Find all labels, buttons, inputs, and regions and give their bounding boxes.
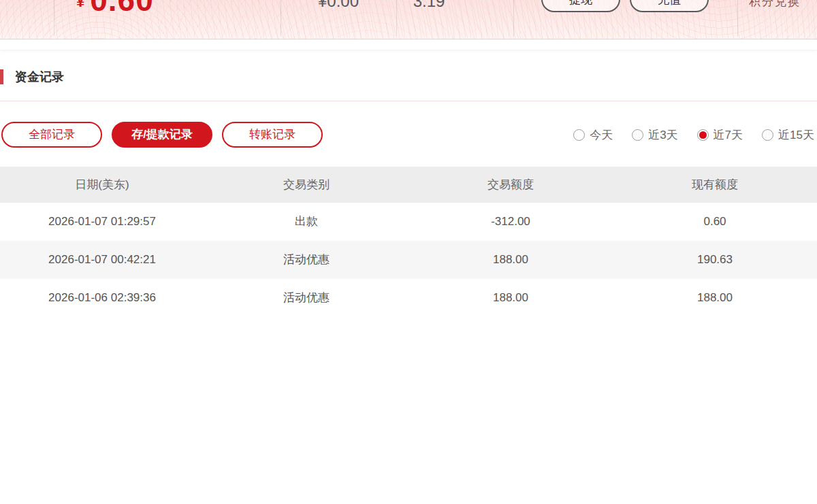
radio-icon[interactable] — [632, 129, 643, 141]
range-label: 今天 — [590, 127, 613, 143]
banner-divider — [737, 0, 738, 36]
range-option-近7天[interactable]: 近7天 — [697, 127, 743, 143]
wallet-stat-frozen: ¥0.00 — [281, 0, 396, 11]
banner-divider — [54, 0, 54, 36]
cell-type: 活动优惠 — [204, 241, 408, 279]
date-range-radios: 今天近3天近7天近15天 — [573, 127, 814, 143]
cell-amount: -312.00 — [408, 203, 613, 241]
recharge-button[interactable]: 充值 — [630, 0, 709, 12]
cell-date: 2026-01-07 00:42:21 — [0, 241, 204, 279]
tab-转账记录[interactable]: 转账记录 — [222, 122, 323, 148]
cell-type: 出款 — [204, 203, 408, 241]
cell-type: 活动优惠 — [204, 279, 408, 317]
banner-bottom-edge — [0, 39, 817, 50]
banner-divider — [513, 0, 514, 36]
radio-icon[interactable] — [697, 129, 709, 141]
page-title: 资金记录 — [15, 69, 64, 85]
range-option-近15天[interactable]: 近15天 — [762, 127, 814, 143]
section-divider — [0, 101, 817, 101]
filter-toolbar: 全部记录存/提款记录转账记录 今天近3天近7天近15天 — [0, 122, 817, 148]
tab-存/提款记录[interactable]: 存/提款记录 — [112, 122, 212, 148]
cell-date: 2026-01-06 02:39:36 — [0, 279, 204, 317]
section-header: 资金记录 — [0, 69, 817, 84]
range-option-近3天[interactable]: 近3天 — [632, 127, 677, 143]
cell-balance: 188.00 — [613, 279, 817, 317]
cell-balance: 0.60 — [613, 203, 817, 241]
yen-symbol: ¥ — [76, 0, 84, 10]
table-row: 2026-01-06 02:39:36活动优惠188.00188.00 — [0, 279, 817, 317]
wallet-balance: ¥0.60 — [76, 0, 154, 18]
balance-amount: 0.60 — [90, 0, 154, 18]
cell-date: 2026-01-07 01:29:57 — [0, 203, 204, 241]
cell-balance: 190.63 — [613, 241, 817, 279]
table-body: 2026-01-07 01:29:57出款-312.000.602026-01-… — [0, 203, 817, 317]
table-row: 2026-01-07 00:42:21活动优惠188.00190.63 — [0, 241, 817, 279]
range-label: 近3天 — [648, 127, 677, 143]
points-exchange-link[interactable]: 积分兑换 — [749, 0, 801, 10]
range-label: 近7天 — [714, 127, 743, 143]
column-header: 日期(美东) — [0, 167, 204, 203]
funds-record-section: 资金记录 全部记录存/提款记录转账记录 今天近3天近7天近15天 日期(美东)交… — [0, 50, 817, 317]
range-label: 近15天 — [778, 127, 814, 143]
table-header-row: 日期(美东)交易类别交易额度现有额度 — [0, 167, 817, 203]
radio-icon[interactable] — [573, 129, 585, 141]
funds-table: 日期(美东)交易类别交易额度现有额度 2026-01-07 01:29:57出款… — [0, 167, 817, 317]
wallet-stat-points: 3.19 — [381, 0, 477, 11]
wallet-summary-banner: ¥0.60 ¥0.00 3.19 提现 充值 积分兑换 — [0, 0, 817, 39]
range-option-今天[interactable]: 今天 — [573, 127, 613, 143]
table-row: 2026-01-07 01:29:57出款-312.000.60 — [0, 203, 817, 241]
tab-全部记录[interactable]: 全部记录 — [1, 122, 102, 148]
withdraw-button[interactable]: 提现 — [541, 0, 620, 12]
radio-icon[interactable] — [762, 129, 773, 141]
column-header: 现有额度 — [613, 167, 817, 203]
column-header: 交易类别 — [204, 167, 408, 203]
cell-amount: 188.00 — [408, 279, 613, 317]
cell-amount: 188.00 — [408, 241, 613, 279]
section-accent-bar — [0, 69, 3, 84]
column-header: 交易额度 — [408, 167, 613, 203]
record-type-tabs: 全部记录存/提款记录转账记录 — [0, 122, 323, 148]
